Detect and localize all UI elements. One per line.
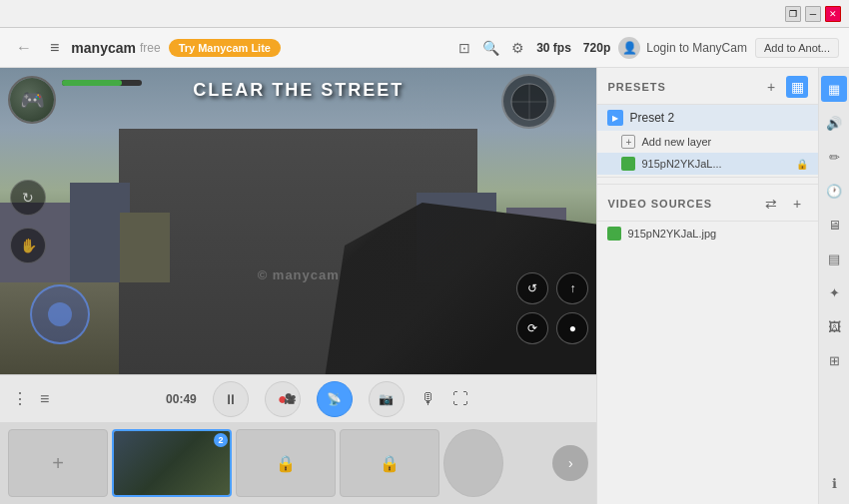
sidebar-icon-layers[interactable]: ▤ xyxy=(821,246,847,271)
add-preset-button[interactable]: + xyxy=(760,76,782,98)
thumbnail-placeholder xyxy=(443,429,503,497)
logo-free: free xyxy=(140,41,161,55)
resize-button[interactable]: ❐ xyxy=(785,6,801,22)
resolution-display: 720p xyxy=(583,41,610,55)
ctrl-left: ⋮ ≡ xyxy=(12,389,49,408)
broadcast-icon: 📡 xyxy=(327,392,342,406)
mic-icon[interactable]: 🎙 xyxy=(421,390,436,408)
thumbnail-nav-button[interactable]: › xyxy=(552,445,588,481)
lock-icon-1: 🔒 xyxy=(276,454,296,473)
close-button[interactable]: ✕ xyxy=(825,6,841,22)
ctrl-center: 00:49 ⏸ ● 🎥 📡 📷 🎙 ⛶ xyxy=(166,381,468,417)
left-panel: 🎮 Clear The Street xyxy=(0,68,596,504)
minimize-button[interactable]: ─ xyxy=(805,6,821,22)
more-options-icon[interactable]: ⋮ xyxy=(12,389,28,408)
add-layer-label: Add new layer xyxy=(641,136,808,148)
weapon-shape xyxy=(209,160,596,374)
control-bar: ⋮ ≡ 00:49 ⏸ ● 🎥 📡 📷 🎙 ⛶ xyxy=(0,374,596,422)
add-layer-icon: + xyxy=(621,135,635,149)
presets-header: PRESETS + ▦ xyxy=(597,68,818,105)
building-1 xyxy=(0,203,80,282)
sidebar-icon-info[interactable]: ℹ xyxy=(821,470,847,496)
preset-item[interactable]: ▶ Preset 2 xyxy=(597,105,818,131)
thumbnail-badge: 2 xyxy=(214,433,228,447)
back-button[interactable]: ← xyxy=(10,37,38,59)
sidebar-icon-clock[interactable]: 🕐 xyxy=(821,178,847,204)
main-content: 🎮 Clear The Street xyxy=(0,68,849,504)
user-area: 👤 Login to ManyCam xyxy=(618,37,747,59)
sidebar-icon-view[interactable]: ▦ xyxy=(821,76,847,102)
thumbnail-lock-2: 🔒 xyxy=(340,429,439,497)
sidebar-icon-brush[interactable]: ✏ xyxy=(821,144,847,170)
presets-header-buttons: + ▦ xyxy=(760,76,808,98)
health-fill xyxy=(62,80,122,86)
logo-area: manycam free xyxy=(71,40,160,56)
right-sidebar: ▦ 🔊 ✏ 🕐 🖥 ▤ ✦ 🖼 ⊞ ℹ xyxy=(818,68,849,504)
pause-icon: ⏸ xyxy=(224,391,238,407)
list-icon[interactable]: ≡ xyxy=(40,390,49,408)
weapon-overlay xyxy=(209,160,596,374)
source-item[interactable]: 915pN2YKJaL.jpg xyxy=(597,222,818,246)
svg-point-0 xyxy=(511,84,547,120)
login-label[interactable]: Login to ManyCam xyxy=(646,41,747,55)
top-bar-tools: ⊡ 🔍 ⚙ 30 fps 720p xyxy=(458,40,610,56)
source-thumb xyxy=(607,227,621,241)
game-background: 🎮 Clear The Street xyxy=(0,68,596,374)
scope xyxy=(501,74,556,129)
layer-item[interactable]: 915pN2YKJaL... 🔒 xyxy=(597,153,818,175)
fps-display: 30 fps xyxy=(536,41,571,55)
preset-name: Preset 2 xyxy=(629,111,808,125)
settings-icon[interactable]: ⚙ xyxy=(511,40,524,56)
health-bar xyxy=(62,80,142,86)
top-bar: ← ≡ manycam free Try Manycam Lite ⊡ 🔍 ⚙ … xyxy=(0,28,849,68)
user-avatar: 👤 xyxy=(618,37,640,59)
panel-divider xyxy=(597,177,818,178)
video-sources-header: VIDEO SOURCES ⇄ + xyxy=(597,184,818,222)
source-name: 915pN2YKJaL.jpg xyxy=(627,228,716,240)
sidebar-icon-volume[interactable]: 🔊 xyxy=(821,110,847,136)
title-bar: ❐ ─ ✕ xyxy=(0,0,849,28)
player-avatar-inner: 🎮 xyxy=(10,78,54,122)
title-bar-controls: ❐ ─ ✕ xyxy=(785,6,841,22)
thumbnail-image xyxy=(114,431,230,495)
screenshot-icon: 📷 xyxy=(379,392,394,406)
preset-icon: ▶ xyxy=(607,110,623,126)
thumbnail-strip: + 2 🔒 🔒 › xyxy=(0,422,596,504)
layer-name: 915pN2YKJaL... xyxy=(641,158,790,170)
player-avatar: 🎮 xyxy=(8,76,56,124)
mission-title: Clear The Street xyxy=(193,80,404,101)
screenshot-button[interactable]: 📷 xyxy=(369,381,405,417)
right-panel: PRESETS + ▦ ▶ Preset 2 + Add new layer 9… xyxy=(596,68,818,504)
sidebar-icon-image[interactable]: 🖼 xyxy=(821,313,847,339)
layer-lock-icon: 🔒 xyxy=(796,159,808,170)
add-to-another-button[interactable]: Add to Anot... xyxy=(755,38,839,58)
logo-text: manycam xyxy=(71,40,136,56)
menu-button[interactable]: ≡ xyxy=(46,37,63,59)
crop-icon[interactable]: ⊡ xyxy=(458,40,470,56)
building-3 xyxy=(120,213,170,282)
presets-title: PRESETS xyxy=(607,81,665,93)
pause-button[interactable]: ⏸ xyxy=(213,381,249,417)
sidebar-icon-grid[interactable]: ⊞ xyxy=(821,347,847,373)
thumbnail-lock-1: 🔒 xyxy=(236,429,336,497)
video-sources-header-buttons: ⇄ + xyxy=(760,193,808,215)
time-display: 00:49 xyxy=(166,392,197,406)
video-area: 🎮 Clear The Street xyxy=(0,68,596,374)
add-source-button[interactable]: + xyxy=(786,193,808,215)
record-button[interactable]: ● 🎥 xyxy=(265,381,301,417)
sidebar-icon-monitor[interactable]: 🖥 xyxy=(821,212,847,238)
expand-icon[interactable]: ⛶ xyxy=(452,390,468,408)
zoom-icon[interactable]: 🔍 xyxy=(482,40,499,56)
thumbnail-item-1[interactable]: 2 xyxy=(112,429,232,497)
camera-icon: 🎥 xyxy=(284,393,296,404)
grid-view-button[interactable]: ▦ xyxy=(786,76,808,98)
sidebar-icon-magic[interactable]: ✦ xyxy=(821,279,847,305)
add-layer-item[interactable]: + Add new layer xyxy=(597,131,818,153)
layer-color-icon xyxy=(621,157,635,171)
video-sources-title: VIDEO SOURCES xyxy=(607,198,712,210)
try-button[interactable]: Try Manycam Lite xyxy=(169,39,281,57)
adjust-sources-button[interactable]: ⇄ xyxy=(760,193,782,215)
lock-icon-2: 🔒 xyxy=(380,454,400,473)
add-thumbnail-button[interactable]: + xyxy=(8,429,108,497)
broadcast-button[interactable]: 📡 xyxy=(317,381,353,417)
